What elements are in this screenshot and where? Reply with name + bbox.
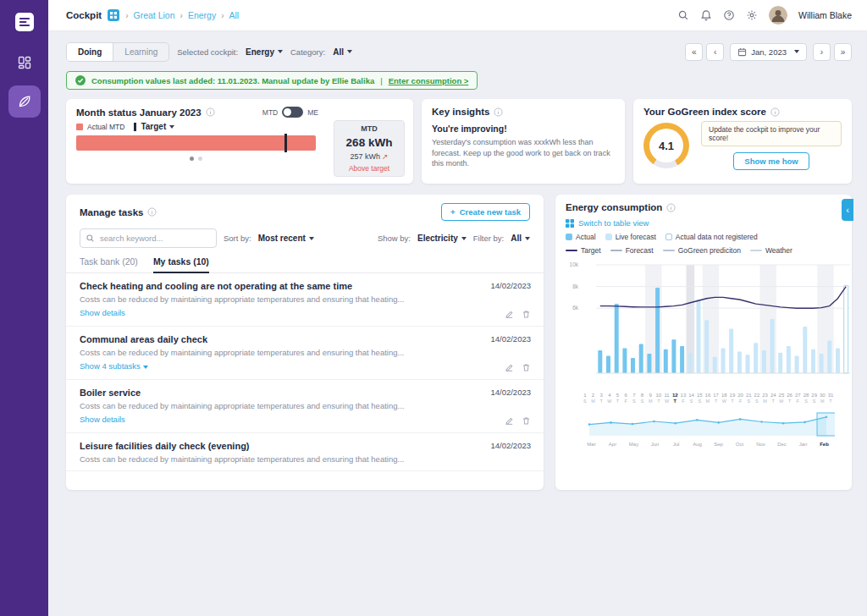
gogreen-content: 4.1 Update the cockpit to improve your s… xyxy=(643,121,842,170)
cockpit-select[interactable]: Energy xyxy=(246,47,283,57)
task-action-link[interactable]: Show details xyxy=(80,308,125,317)
info-icon[interactable] xyxy=(494,107,503,117)
axis-day-number: 29 xyxy=(810,393,819,398)
chevron-down-icon xyxy=(169,125,174,129)
axis-weekday-letter: F xyxy=(679,399,688,404)
date-picker[interactable]: Jan, 2023 xyxy=(730,43,807,61)
mini-chart-months: MarAprMayJunJulAugSepOctNovDecJanFeb xyxy=(581,442,835,447)
sort-by-value: Most recent xyxy=(258,234,306,243)
breadcrumb-item[interactable]: Energy xyxy=(188,10,216,20)
edit-task-icon[interactable] xyxy=(505,416,514,426)
edit-task-icon[interactable] xyxy=(505,363,514,372)
legend-swatch xyxy=(605,234,612,240)
consumption-banner: Consumption values last added: 11.01.202… xyxy=(66,71,478,90)
task-actions xyxy=(505,416,531,426)
legend-label: Target xyxy=(581,246,601,255)
task-actions xyxy=(505,363,531,372)
axis-day: 29S xyxy=(810,393,819,404)
search-input[interactable] xyxy=(80,228,217,248)
delete-task-icon[interactable] xyxy=(522,310,531,319)
app-logo[interactable] xyxy=(10,8,39,36)
axis-weekday-letter: S xyxy=(638,399,647,404)
info-icon[interactable] xyxy=(666,203,676,212)
content-area: DoingLearning Selected cockpit: Energy C… xyxy=(48,31,867,616)
target-select[interactable]: Target xyxy=(141,122,174,131)
toggle-knob xyxy=(284,108,291,116)
task-row[interactable]: Check heating and cooling are not operat… xyxy=(66,273,544,327)
mini-chart[interactable] xyxy=(581,411,842,441)
notifications-bell-icon[interactable] xyxy=(700,9,712,21)
avatar[interactable] xyxy=(769,6,787,25)
help-icon[interactable] xyxy=(723,9,735,21)
y-axis-label: 10k xyxy=(570,261,578,267)
category-select-value: All xyxy=(333,47,344,57)
mini-month-label: May xyxy=(623,442,644,447)
axis-day-number: 4 xyxy=(605,393,614,398)
axis-day-number: 31 xyxy=(826,393,835,398)
carousel-dot[interactable] xyxy=(190,157,194,161)
axis-day-number: 30 xyxy=(818,393,826,398)
info-icon[interactable] xyxy=(206,107,215,117)
delete-task-icon[interactable] xyxy=(522,416,531,426)
axis-weekday-letter: T xyxy=(654,399,663,404)
axis-day-number: 22 xyxy=(753,393,761,398)
mini-month-label: Oct xyxy=(729,442,750,447)
mtd-me-toggle[interactable] xyxy=(282,107,303,118)
date-last-button[interactable]: » xyxy=(834,43,852,61)
legend-item: Forecast xyxy=(610,246,654,255)
cockpit-icon xyxy=(108,9,119,21)
avatar-image xyxy=(769,6,787,25)
edit-task-icon[interactable] xyxy=(505,310,514,319)
switch-table-view-link[interactable]: Switch to table view xyxy=(566,218,842,228)
axis-day: 13F xyxy=(679,393,688,404)
task-action-link[interactable]: Show 4 subtasks xyxy=(80,361,148,371)
info-icon[interactable] xyxy=(770,107,780,117)
carousel-dot[interactable] xyxy=(198,157,202,161)
settings-gear-icon[interactable] xyxy=(746,9,758,21)
enter-consumption-link[interactable]: Enter consumption > xyxy=(389,76,469,85)
task-tab[interactable]: Task bank (20) xyxy=(80,256,138,272)
task-action-link[interactable]: Show details xyxy=(80,415,125,424)
mode-tab-learning[interactable]: Learning xyxy=(113,43,168,61)
target-marker-swatch xyxy=(134,123,136,131)
create-task-button[interactable]: +Create new task xyxy=(441,203,530,221)
axis-day-number: 11 xyxy=(663,393,671,398)
mode-tab-doing[interactable]: Doing xyxy=(67,43,113,61)
info-icon[interactable] xyxy=(147,207,157,217)
show-me-how-button[interactable]: Show me how xyxy=(733,152,809,170)
task-row[interactable]: Boiler serviceCosts can be reduced by ma… xyxy=(66,380,544,433)
key-insights-card: Key insights You're improving! Yesterday… xyxy=(422,99,625,184)
axis-day: 28S xyxy=(802,393,810,404)
mini-month-label: Aug xyxy=(687,442,708,447)
axis-day: 7S xyxy=(630,393,638,404)
sort-by-select[interactable]: Most recent xyxy=(258,234,314,243)
date-next-button[interactable]: › xyxy=(813,43,831,61)
axis-day: 4W xyxy=(605,393,614,404)
card-title: Energy consumption xyxy=(566,202,662,212)
date-first-button[interactable]: « xyxy=(685,43,703,61)
axis-weekday-letter: M xyxy=(818,399,826,404)
sidebar-item-gogreen[interactable] xyxy=(8,85,41,118)
mini-month-label: Apr xyxy=(602,442,623,447)
breadcrumb-item[interactable]: Great Lion xyxy=(134,10,175,20)
axis-weekday-letter: T xyxy=(671,399,679,404)
task-row[interactable]: Leisure facilities daily check (evening)… xyxy=(66,433,544,471)
delete-task-icon[interactable] xyxy=(522,363,531,372)
header-left: Cockpit ›Great Lion›Energy›All xyxy=(66,9,239,21)
search-icon[interactable] xyxy=(677,9,689,21)
user-name[interactable]: William Blake xyxy=(798,10,852,20)
collapse-panel-button[interactable]: ‹ xyxy=(842,199,853,221)
breadcrumb-item[interactable]: All xyxy=(229,10,240,20)
task-tab[interactable]: My tasks (10) xyxy=(153,256,209,273)
task-row[interactable]: Communal areas daily checkCosts can be r… xyxy=(66,327,544,380)
chart-x-axis: 1S2M3T4W5T6F7S8S9M10T11W12T13F14S15S16M1… xyxy=(581,393,835,404)
show-by-select[interactable]: Electricity xyxy=(417,234,467,243)
task-title: Check heating and cooling are not operat… xyxy=(80,281,450,291)
filter-by-select[interactable]: All xyxy=(511,234,530,243)
axis-day: 19T xyxy=(728,393,737,404)
task-description: Costs can be reduced by maintaining appr… xyxy=(80,294,450,304)
mtd-progress-bar xyxy=(76,135,316,151)
date-prev-button[interactable]: ‹ xyxy=(706,43,724,61)
category-select[interactable]: All xyxy=(333,47,352,57)
sidebar-item-dashboard[interactable] xyxy=(8,47,41,79)
